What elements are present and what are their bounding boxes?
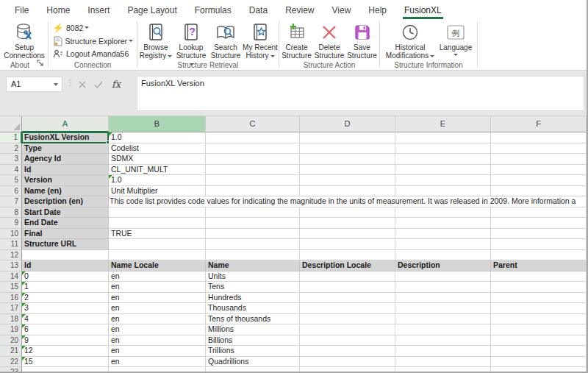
cell-B17[interactable]: en xyxy=(109,303,206,314)
historical-modifications-button[interactable]: Historical Modifications xyxy=(383,21,437,60)
cell-A4[interactable]: Id xyxy=(22,165,109,176)
cell-E2[interactable] xyxy=(395,143,491,154)
logout-button[interactable]: Logout Amanda56 xyxy=(49,47,136,60)
cell-D8[interactable] xyxy=(300,207,395,219)
cell-F17[interactable] xyxy=(491,303,587,314)
cell-A20[interactable]: 9 xyxy=(22,335,109,347)
cell-E14[interactable] xyxy=(395,271,491,283)
row-header-19[interactable]: 19 xyxy=(0,324,22,335)
cell-F21[interactable] xyxy=(491,346,587,357)
cell-B9[interactable] xyxy=(109,218,206,229)
row-header-9[interactable]: 9 xyxy=(0,218,22,229)
cell-E8[interactable] xyxy=(395,207,491,219)
cell-E6[interactable] xyxy=(395,186,491,197)
cell-D19[interactable] xyxy=(300,324,395,335)
cell-C9[interactable] xyxy=(206,218,300,229)
tab-insert[interactable]: Insert xyxy=(79,1,118,19)
row-header-3[interactable]: 3 xyxy=(0,154,22,165)
row-header-16[interactable]: 16 xyxy=(0,293,22,304)
cell-E4[interactable] xyxy=(395,165,491,176)
cell-B16[interactable]: en xyxy=(109,293,206,304)
tab-view[interactable]: View xyxy=(323,1,360,19)
cell-D10[interactable] xyxy=(300,229,395,240)
cell-F14[interactable] xyxy=(491,271,587,283)
row-header-17[interactable]: 17 xyxy=(0,303,22,314)
cell-F22[interactable] xyxy=(491,357,587,368)
cell-A11[interactable]: Structure URL xyxy=(22,239,109,250)
row-header-20[interactable]: 20 xyxy=(0,335,22,347)
cell-D6[interactable] xyxy=(300,186,395,197)
cell-C19[interactable]: Millions xyxy=(206,324,300,335)
cell-D2[interactable] xyxy=(300,143,395,154)
cell-C20[interactable]: Billions xyxy=(206,335,300,347)
cell-B10[interactable]: TRUE xyxy=(109,229,206,240)
cell-E22[interactable] xyxy=(395,357,491,368)
create-structure-button[interactable]: Create Structure xyxy=(280,21,313,60)
enter-button[interactable] xyxy=(91,77,106,92)
cell-A12[interactable] xyxy=(22,250,109,261)
cancel-button[interactable] xyxy=(75,77,90,92)
cell-A18[interactable]: 4 xyxy=(22,314,109,325)
cell-D13[interactable]: Description Locale xyxy=(300,260,395,271)
cell-B2[interactable]: Codelist xyxy=(109,143,206,154)
cell-A5[interactable]: Version xyxy=(22,175,109,186)
cell-A21[interactable]: 12 xyxy=(22,346,109,357)
browse-registry-button[interactable]: Browse Registry xyxy=(138,21,173,60)
cell-E3[interactable] xyxy=(395,154,491,165)
cell-C8[interactable] xyxy=(206,207,300,219)
cell-E23[interactable] xyxy=(395,367,491,372)
column-header-F[interactable]: F xyxy=(491,116,587,132)
setup-connections-button[interactable]: Setup Connections xyxy=(3,21,46,60)
column-header-E[interactable]: E xyxy=(395,116,491,132)
cell-D21[interactable] xyxy=(300,346,395,357)
cell-F15[interactable] xyxy=(491,282,587,293)
tab-file[interactable]: File xyxy=(6,1,37,19)
tab-fusionxl[interactable]: FusionXL xyxy=(395,1,451,19)
cell-C15[interactable]: Tens xyxy=(206,282,300,293)
cell-D20[interactable] xyxy=(300,335,395,347)
cell-A23[interactable] xyxy=(22,367,109,372)
cell-A15[interactable]: 1 xyxy=(22,282,109,293)
cell-C22[interactable]: Quadrillions xyxy=(206,357,300,368)
cell-C18[interactable]: Tens of thousands xyxy=(206,314,300,325)
cell-F8[interactable] xyxy=(491,207,587,219)
column-header-C[interactable]: C xyxy=(206,116,300,132)
cell-F23[interactable] xyxy=(491,367,587,372)
row-header-22[interactable]: 22 xyxy=(0,357,22,368)
cell-C17[interactable]: Thousands xyxy=(206,303,300,314)
cell-F11[interactable] xyxy=(491,239,587,250)
row-header-2[interactable]: 2 xyxy=(0,143,22,154)
cell-F20[interactable] xyxy=(491,335,587,347)
cell-A19[interactable]: 6 xyxy=(22,324,109,335)
name-box[interactable]: A1 xyxy=(6,77,62,92)
select-all-button[interactable] xyxy=(0,116,22,132)
cell-B18[interactable]: en xyxy=(109,314,206,325)
cell-B4[interactable]: CL_UNIT_MULT xyxy=(109,165,206,176)
cell-D16[interactable] xyxy=(300,293,395,304)
tab-page-layout[interactable]: Page Layout xyxy=(118,1,185,19)
cell-B22[interactable]: en xyxy=(109,357,206,368)
cell-D23[interactable] xyxy=(300,367,395,372)
cell-A22[interactable]: 15 xyxy=(22,357,109,368)
cell-C12[interactable] xyxy=(206,250,300,261)
my-recent-history-button[interactable]: My Recent History xyxy=(243,21,278,60)
cell-E17[interactable] xyxy=(395,303,491,314)
cell-F5[interactable] xyxy=(491,175,587,186)
cell-C4[interactable] xyxy=(206,165,300,176)
cell-B5[interactable]: 1.0 xyxy=(109,175,206,186)
cell-B3[interactable]: SDMX xyxy=(109,154,206,165)
cell-B21[interactable]: en xyxy=(109,346,206,357)
port-dropdown-button[interactable]: ⚡ 8082 xyxy=(49,21,136,35)
column-header-B[interactable]: B xyxy=(109,116,206,132)
row-header-14[interactable]: 14 xyxy=(0,271,22,283)
cell-F16[interactable] xyxy=(491,293,587,304)
row-header-1[interactable]: 1 xyxy=(0,132,22,143)
save-structure-button[interactable]: Save Structure xyxy=(345,21,379,60)
row-header-10[interactable]: 10 xyxy=(0,229,22,240)
row-header-18[interactable]: 18 xyxy=(0,314,22,325)
tab-home[interactable]: Home xyxy=(37,1,79,19)
cell-A8[interactable]: Start Date xyxy=(22,207,109,219)
cell-B1[interactable]: 1.0 xyxy=(109,132,206,143)
cell-F3[interactable] xyxy=(491,154,587,165)
cell-F13[interactable]: Parent xyxy=(491,260,587,271)
